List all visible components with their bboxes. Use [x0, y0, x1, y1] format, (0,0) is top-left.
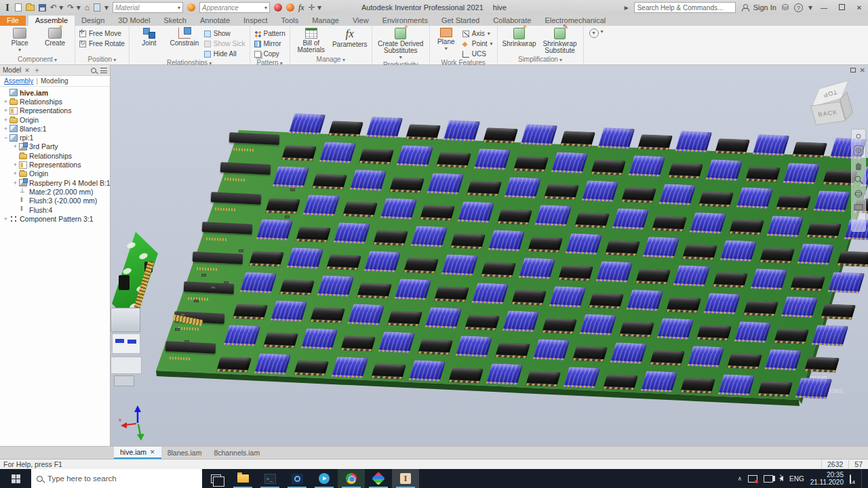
diamond-app-button[interactable] [365, 469, 392, 488]
browser-tab-add-icon[interactable]: ＋ [33, 65, 41, 75]
group-label-manage[interactable]: Manage [290, 56, 372, 64]
ram-socket-black[interactable] [790, 276, 825, 292]
ram-module-blue[interactable] [566, 233, 603, 255]
ram-socket-black[interactable] [340, 336, 376, 352]
ram-socket-black[interactable] [495, 342, 530, 359]
ram-socket-black[interactable] [621, 188, 656, 204]
ram-socket-black[interactable] [715, 138, 750, 155]
ram-socket-black[interactable] [682, 244, 717, 260]
tree-item-component-pattern-3-1[interactable]: +Component Pattern 3:1 [0, 214, 110, 223]
doc-tab-8lanes-iam[interactable]: 8lanes.iam [161, 447, 208, 459]
ram-socket-black[interactable] [650, 350, 685, 366]
browser-tab-model[interactable]: Model [3, 66, 21, 74]
ram-socket-black[interactable] [511, 289, 547, 306]
viewport-restore-icon[interactable] [850, 68, 856, 73]
tree-item-origin[interactable]: +Origin [0, 115, 110, 124]
menu-tab-file[interactable]: File [0, 16, 26, 26]
ram-module-blue[interactable] [596, 262, 633, 283]
ram-module-blue[interactable] [505, 177, 542, 199]
ram-socket-black[interactable] [572, 346, 608, 363]
menu-tab-tools[interactable]: Tools [275, 16, 306, 26]
ram-socket-black[interactable] [680, 378, 715, 394]
menu-tab-inspect[interactable]: Inspect [237, 16, 274, 26]
ram-module-blue[interactable] [254, 353, 292, 375]
ram-module-blue[interactable] [736, 187, 774, 209]
browser-search-icon[interactable] [91, 68, 96, 73]
ram-socket-black[interactable] [406, 124, 441, 140]
pattern-button[interactable]: Pattern [252, 28, 288, 39]
tree-toggle-icon[interactable]: + [12, 161, 18, 168]
ram-socket-black[interactable] [448, 367, 484, 384]
ram-module-blue[interactable] [720, 240, 757, 262]
ram-socket-black[interactable] [279, 279, 315, 296]
ram-module-blue[interactable] [688, 346, 725, 367]
menu-tab-assemble[interactable]: Assemble [28, 16, 75, 26]
doc-tab-hive-iam[interactable]: hive.iam✕ [114, 447, 161, 459]
group-label-component[interactable]: Component [0, 56, 75, 64]
ram-socket-black[interactable] [804, 357, 840, 373]
ram-module-blue[interactable] [443, 121, 481, 142]
free-move-button[interactable]: Free Move [77, 28, 127, 39]
parameters-button[interactable]: fxParameters [330, 27, 370, 48]
ram-module-blue[interactable] [240, 272, 277, 293]
outlook-app-button[interactable] [283, 469, 311, 488]
volume-icon[interactable] [779, 476, 783, 481]
tree-item-relationships[interactable]: +Relationships [0, 97, 110, 106]
ram-socket-black[interactable] [528, 237, 563, 253]
ram-module-blue[interactable] [812, 325, 849, 346]
ram-module-blue[interactable] [612, 209, 650, 230]
ram-module-blue[interactable] [224, 325, 261, 346]
full-navigation-wheel-icon[interactable] [853, 145, 864, 156]
ram-socket-black[interactable] [420, 205, 455, 222]
bill-of-materials-button[interactable]: Bill of Materials [292, 27, 330, 54]
group-label-simplification[interactable]: Simplification [498, 56, 583, 64]
save-icon[interactable] [39, 4, 46, 12]
ram-module-blue[interactable] [441, 254, 479, 276]
ram-socket-black[interactable] [591, 159, 626, 176]
create-button[interactable]: Create [37, 27, 73, 47]
ram-module-blue[interactable] [797, 244, 835, 266]
ram-socket-black[interactable] [560, 131, 595, 147]
ram-socket-black[interactable] [589, 293, 624, 310]
copy-button[interactable]: Copy [252, 49, 288, 59]
language-indicator[interactable]: ENG [789, 475, 804, 483]
ram-socket-black[interactable] [216, 357, 252, 373]
ram-socket-black[interactable] [312, 174, 347, 190]
ram-module-blue[interactable] [551, 152, 589, 174]
ram-socket-black[interactable] [668, 163, 703, 179]
ram-socket-black[interactable] [603, 374, 638, 390]
ram-module-blue[interactable] [549, 286, 587, 308]
mirror-button[interactable]: Mirror [252, 39, 288, 49]
ram-socket-black[interactable] [513, 156, 549, 172]
ram-module-blue[interactable] [519, 258, 556, 279]
ram-socket-black[interactable] [296, 226, 331, 243]
point-button[interactable]: ◆Point▾ [460, 39, 495, 49]
ram-module-blue[interactable] [427, 174, 465, 195]
place-button[interactable]: Place▾ [2, 27, 37, 54]
task-view-button[interactable] [202, 469, 229, 488]
ram-socket-black[interactable] [436, 152, 471, 169]
ribbon-options[interactable]: ▾▾ [584, 26, 609, 64]
ram-socket-black[interactable] [696, 325, 732, 341]
ram-socket-black[interactable] [605, 241, 640, 257]
ram-socket-black[interactable] [263, 332, 298, 348]
close-button[interactable]: ✕ [853, 4, 865, 12]
ram-module-blue[interactable] [564, 367, 601, 389]
ram-module-blue[interactable] [753, 134, 790, 156]
ram-module-blue[interactable] [472, 283, 509, 304]
ram-module-blue[interactable] [301, 328, 338, 350]
tray-app-icon[interactable] [748, 475, 757, 483]
powershell-button[interactable]: >_ [256, 469, 283, 488]
material-combo[interactable]: Material▾ [113, 2, 183, 13]
orbit-icon[interactable] [854, 189, 863, 199]
tree-toggle-icon[interactable]: + [12, 143, 18, 150]
tree-item-origin[interactable]: +Origin [0, 169, 110, 178]
group-label-position[interactable]: Position [75, 56, 129, 64]
ram-module-blue[interactable] [456, 336, 493, 357]
parameters-fx-icon[interactable]: fx [298, 3, 304, 13]
ram-socket-black[interactable] [821, 304, 856, 320]
ram-socket-black[interactable] [465, 314, 500, 331]
ram-socket-black[interactable] [837, 251, 868, 267]
ram-socket-black[interactable] [450, 233, 486, 249]
doc-tab-close-icon[interactable]: ✕ [150, 449, 155, 455]
